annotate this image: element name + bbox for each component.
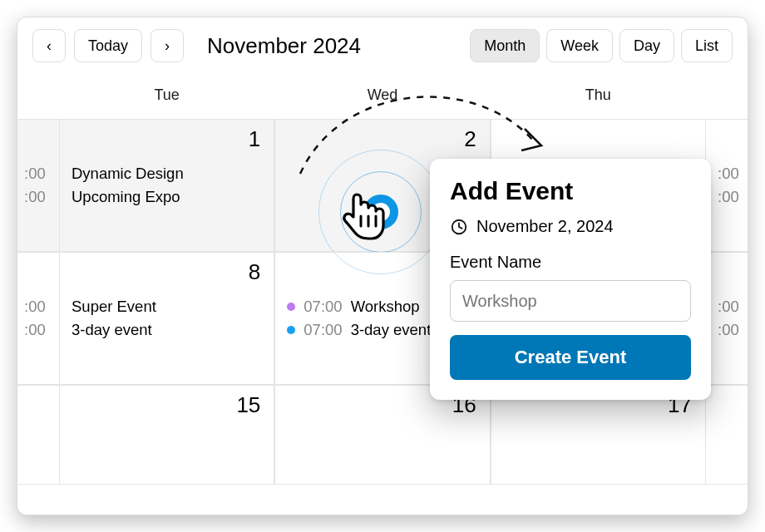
view-month-button[interactable]: Month [470, 29, 540, 62]
day-header-tue: Tue [59, 71, 274, 119]
event-title: Upcoming Expo [72, 188, 180, 206]
calendar-event[interactable]: 3-day event [72, 321, 262, 339]
day-cell[interactable]: 8 Super Event 3-day event [59, 252, 274, 385]
day-headers: Tue Wed Thu [17, 71, 748, 119]
event-title: Workshop [351, 298, 420, 316]
calendar-event[interactable]: Super Event [72, 298, 262, 316]
event-title: Dynamic Design [72, 165, 184, 183]
view-switcher: Month Week Day List [470, 29, 733, 62]
day-cell[interactable]: 16 [274, 385, 490, 485]
date-number: 2 [464, 126, 476, 152]
event-time: 07:00 [304, 321, 342, 339]
event-dot-icon [287, 326, 295, 334]
edge-cell: :00 3 :00 3 [706, 119, 748, 252]
event-time: 07:00 [304, 298, 342, 316]
pointer-cursor-icon [340, 190, 387, 241]
event-name-label: Event Name [450, 253, 691, 272]
edge-cell: :00 3 :00 3 [706, 252, 748, 385]
calendar-title: November 2024 [207, 33, 361, 59]
event-dot-icon [287, 303, 295, 311]
edge-cell [17, 385, 59, 485]
add-event-popover: Add Event November 2, 2024 Event Name Cr… [430, 159, 711, 400]
event-time-fragment: :00 [24, 321, 47, 339]
toolbar: ‹ Today › November 2024 Month Week Day L… [17, 17, 748, 71]
next-button[interactable]: › [151, 29, 184, 62]
day-header-thu: Thu [491, 71, 706, 119]
today-button[interactable]: Today [74, 29, 142, 62]
event-time-fragment: :00 3 [718, 321, 736, 339]
create-event-button[interactable]: Create Event [450, 335, 691, 380]
view-week-button[interactable]: Week [546, 29, 613, 62]
chevron-left-icon: ‹ [47, 37, 52, 55]
popover-title: Add Event [450, 177, 691, 205]
clock-icon [450, 218, 468, 236]
day-cell[interactable]: 17 [491, 385, 706, 485]
popover-date-text: November 2, 2024 [476, 217, 614, 236]
calendar-panel: ‹ Today › November 2024 Month Week Day L… [17, 17, 748, 515]
day-header-wed: Wed [274, 71, 490, 119]
event-title: Super Event [72, 298, 156, 316]
prev-button[interactable]: ‹ [32, 29, 66, 62]
date-number: 1 [249, 126, 260, 152]
event-time-fragment: :00 3 [718, 298, 736, 316]
day-cell[interactable]: 1 Dynamic Design Upcoming Expo [59, 119, 274, 252]
day-cell[interactable]: 15 [59, 385, 274, 485]
edge-cell: :00 :00 [17, 119, 59, 252]
event-title: 3-day event [351, 321, 432, 339]
view-list-button[interactable]: List [681, 29, 733, 62]
event-time-fragment: :00 3 [718, 188, 736, 206]
edge-cell [706, 385, 748, 485]
event-name-input[interactable] [450, 280, 691, 322]
popover-date: November 2, 2024 [450, 217, 691, 236]
calendar-event[interactable]: Upcoming Expo [72, 188, 262, 206]
edge-cell: :00 :00 [17, 252, 59, 385]
event-time-fragment: :00 [24, 165, 47, 183]
date-number: 8 [249, 259, 260, 285]
event-time-fragment: :00 3 [718, 165, 736, 183]
event-time-fragment: :00 [24, 298, 47, 316]
view-day-button[interactable]: Day [619, 29, 674, 62]
calendar-event[interactable]: Dynamic Design [72, 165, 262, 183]
chevron-right-icon: › [165, 37, 170, 55]
date-number: 15 [236, 392, 260, 418]
event-time-fragment: :00 [24, 188, 47, 206]
event-title: 3-day event [72, 321, 152, 339]
